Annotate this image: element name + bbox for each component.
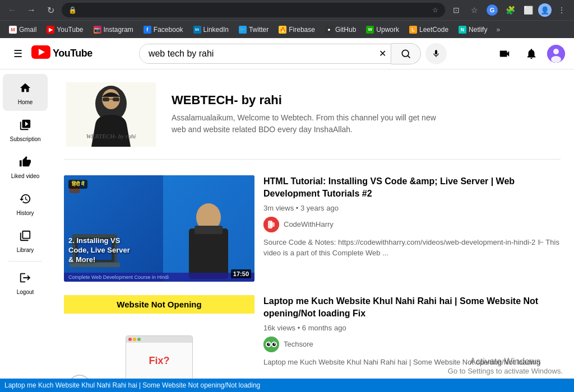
create-video-button[interactable]	[493, 43, 516, 65]
gmail-icon: M	[9, 26, 17, 34]
more-bookmarks-button[interactable]: »	[493, 24, 503, 36]
sidebar-item-liked[interactable]: Liked video	[3, 148, 48, 185]
video-title-1[interactable]: HTML Tutorial: Installing VS Code &amp; …	[263, 175, 561, 200]
youtube-label: YouTube	[57, 26, 83, 34]
linkedin-icon: in	[193, 26, 201, 34]
bookmark-gmail[interactable]: M Gmail	[4, 24, 41, 36]
star-button[interactable]: ☆	[466, 2, 482, 18]
notifications-button[interactable]	[520, 43, 543, 65]
search-submit-button[interactable]	[391, 43, 421, 64]
thumb-text3: & More!	[68, 255, 130, 265]
bookmark-firebase[interactable]: 🔥 Firebase	[274, 24, 320, 36]
search-clear-button[interactable]: ✕	[374, 48, 391, 59]
sidebar-item-library[interactable]: Library	[3, 222, 48, 259]
thumb-text1: 2. Installing VS	[68, 236, 130, 246]
sidebar-logout-label: Logout	[17, 289, 34, 295]
channel-name: WEBTECH- by rahi	[172, 93, 561, 108]
video-title-2[interactable]: Laptop me Kuch Website Khul Nahi Rahi ha…	[263, 295, 561, 320]
back-button[interactable]: ←	[4, 2, 20, 18]
sidebar-item-home[interactable]: Home	[3, 74, 48, 111]
youtube-logo[interactable]: YouTube	[31, 45, 92, 62]
svg-point-26	[274, 343, 275, 344]
video-meta-1: 3m views • 3 years ago	[263, 204, 561, 212]
search-bar: ✕	[139, 44, 391, 64]
video-item: हिंदी में	[64, 175, 561, 282]
menu-button[interactable]: ⋮	[554, 2, 570, 18]
bookmark-instagram[interactable]: 📷 Instagram	[89, 24, 138, 36]
bookmark-netlify[interactable]: N Netlify	[454, 24, 492, 36]
sidebar-divider	[8, 261, 42, 262]
youtube-body: Home Subscription	[0, 69, 574, 392]
channel-thumbnail-2	[263, 337, 279, 352]
youtube-sidebar: Home Subscription	[0, 69, 50, 392]
bookmark-github[interactable]: ● GitHub	[321, 24, 360, 36]
bookmark-youtube[interactable]: ▶ YouTube	[42, 24, 87, 36]
sidebar-item-history[interactable]: History	[3, 185, 48, 222]
svg-point-2	[402, 50, 409, 57]
video-info-2: Laptop me Kuch Website Khul Nahi Rahi ha…	[263, 295, 561, 392]
channel-thumbnail-1	[263, 217, 279, 232]
search-input[interactable]	[140, 44, 374, 63]
svg-rect-19	[270, 222, 275, 227]
youtube-logo-text: YouTube	[53, 48, 92, 59]
sidebar-item-logout[interactable]: Logout	[3, 264, 48, 301]
twitter-icon: 🐦	[239, 26, 247, 34]
bookmarks-bar: M Gmail ▶ YouTube 📷 Instagram f Facebook…	[0, 20, 574, 38]
bookmark-facebook[interactable]: f Facebook	[139, 24, 188, 36]
sidebar-liked-label: Liked video	[11, 173, 40, 179]
youtube-header: ☰ YouTube ✕	[0, 38, 574, 69]
extensions-button[interactable]: 🧩	[502, 2, 518, 18]
selection-bar: Laptop me Kuch Website Khul Nahi Rahi ha…	[0, 379, 574, 392]
bookmark-icon[interactable]: ☆	[432, 6, 438, 14]
video-duration: 17:50	[231, 269, 251, 278]
sidebar-home-label: Home	[18, 99, 33, 105]
video-channel-1[interactable]: CodeWithHarry	[263, 217, 561, 232]
channel-card[interactable]: WEBTECH- by rahi WEBTECH- by rahi Assala…	[64, 81, 561, 160]
thumb2-fix: Fix?	[126, 343, 192, 380]
leetcode-icon: L	[409, 26, 417, 34]
svg-line-3	[408, 55, 410, 58]
refresh-button[interactable]: ↻	[43, 2, 58, 18]
video-description-1: Source Code & Notes: https://codewithhar…	[263, 237, 561, 259]
channel-avatar: WEBTECH- by rahi	[64, 81, 158, 148]
video-thumbnail-1[interactable]: हिंदी में	[64, 175, 254, 282]
bookmark-twitter[interactable]: 🐦 Twitter	[234, 24, 273, 36]
svg-point-6	[551, 56, 561, 63]
browser-toolbar: ← → ↻ 🔒 youtube-3.netlify.app/search/web…	[0, 0, 574, 20]
facebook-label: Facebook	[154, 26, 183, 34]
upwork-label: Upwork	[376, 26, 399, 34]
svg-rect-11	[113, 97, 119, 101]
logout-icon	[19, 272, 31, 287]
youtube-logo-icon	[31, 45, 50, 62]
video-info-1: HTML Tutorial: Installing VS Code &amp; …	[263, 175, 561, 282]
address-bar[interactable]: 🔒 youtube-3.netlify.app/search/web%20tec…	[62, 3, 445, 17]
selection-text: Laptop me Kuch Website Khul Nahi Rahi ha…	[4, 381, 260, 389]
user-avatar[interactable]	[547, 45, 565, 63]
bookmark-leetcode[interactable]: L LeetCode	[405, 24, 453, 36]
facebook-icon: f	[144, 26, 151, 34]
sidebar-item-subscription[interactable]: Subscription	[3, 111, 48, 148]
account-button[interactable]: G	[484, 2, 500, 18]
video-meta-2: 16k views • 6 months ago	[263, 324, 561, 332]
hamburger-menu-button[interactable]: ☰	[9, 43, 27, 64]
cast-button[interactable]: ⊡	[448, 2, 464, 18]
thumb-subtitle: Complete Web Development Course in Hindi	[64, 273, 254, 282]
svg-point-25	[269, 343, 270, 344]
subscription-icon	[19, 119, 31, 134]
video-channel-2[interactable]: Techsore	[263, 337, 561, 352]
youtube-icon: ▶	[47, 26, 54, 34]
thumb2-title: Website Not Opening	[64, 295, 254, 314]
firebase-icon: 🔥	[279, 26, 286, 34]
url-input[interactable]: youtube-3.netlify.app/search/web%20tech%…	[81, 6, 428, 15]
bookmark-linkedin[interactable]: in LinkedIn	[189, 24, 233, 36]
video-item-2: Website Not Opening	[64, 295, 561, 392]
instagram-label: Instagram	[104, 26, 133, 34]
profile-avatar[interactable]: 👤	[538, 3, 552, 17]
bookmark-upwork[interactable]: W Upwork	[362, 24, 404, 36]
video-thumbnail-2[interactable]: Website Not Opening	[64, 295, 254, 392]
sidebar-subscription-label: Subscription	[10, 136, 40, 142]
voice-search-button[interactable]	[425, 43, 447, 64]
forward-button[interactable]: →	[24, 2, 39, 18]
svg-rect-16	[195, 226, 223, 234]
tab-button[interactable]: ⬜	[520, 2, 536, 18]
